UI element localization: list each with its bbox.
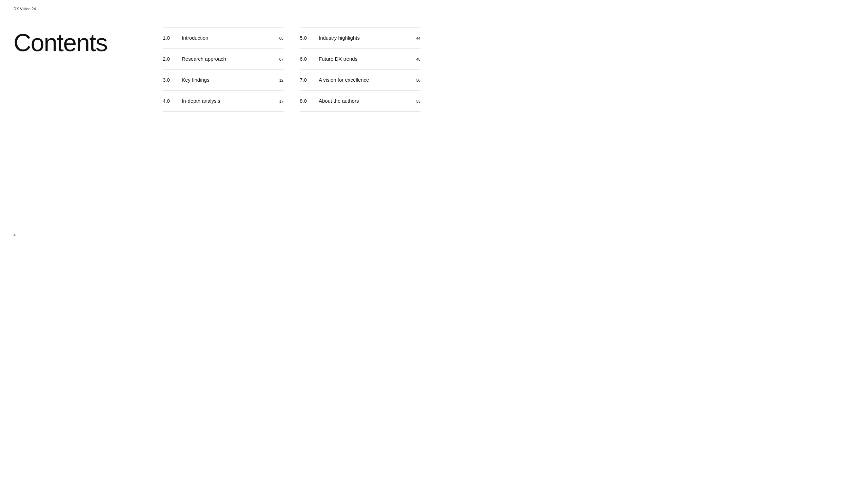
page-title: Contents bbox=[14, 30, 107, 55]
toc-label: A vision for excellence bbox=[319, 77, 369, 83]
toc-number: 7.0 bbox=[300, 77, 311, 83]
toc-number: 6.0 bbox=[300, 56, 311, 62]
toc-item: 7.0 A vision for excellence 50 bbox=[300, 69, 420, 90]
footer-page-number: 4 bbox=[14, 233, 16, 237]
toc-left-column: 1.0 Introduction 05 2.0 Research approac… bbox=[163, 27, 283, 111]
toc-item-left: 5.0 Industry highlights bbox=[300, 35, 360, 41]
toc-item-left: 7.0 A vision for excellence bbox=[300, 77, 369, 83]
toc-item-left: 1.0 Introduction bbox=[163, 35, 208, 41]
toc-number: 3.0 bbox=[163, 77, 174, 83]
toc-label: Introduction bbox=[182, 35, 208, 41]
toc-item: 8.0 About the authors 53 bbox=[300, 90, 420, 111]
toc-number: 1.0 bbox=[163, 35, 174, 41]
toc-item: 2.0 Research approach 07 bbox=[163, 48, 283, 69]
toc-item: 3.0 Key findings 12 bbox=[163, 69, 283, 90]
toc-page: 44 bbox=[416, 36, 420, 40]
toc-label: Industry highlights bbox=[319, 35, 360, 41]
toc-page: 48 bbox=[416, 57, 420, 61]
toc-number: 5.0 bbox=[300, 35, 311, 41]
toc-item-left: 8.0 About the authors bbox=[300, 98, 359, 104]
toc-item: 1.0 Introduction 05 bbox=[163, 27, 283, 48]
toc-number: 8.0 bbox=[300, 98, 311, 104]
toc-right-column: 5.0 Industry highlights 44 6.0 Future DX… bbox=[300, 27, 420, 111]
toc-label: Research approach bbox=[182, 56, 226, 62]
toc-item-left: 3.0 Key findings bbox=[163, 77, 210, 83]
toc-label: Future DX trends bbox=[319, 56, 357, 62]
toc-item: 5.0 Industry highlights 44 bbox=[300, 27, 420, 48]
toc-grid: 1.0 Introduction 05 2.0 Research approac… bbox=[163, 27, 420, 111]
toc-page: 12 bbox=[279, 78, 283, 82]
toc-item-left: 2.0 Research approach bbox=[163, 56, 226, 62]
toc-page: 53 bbox=[416, 99, 420, 103]
toc-number: 2.0 bbox=[163, 56, 174, 62]
toc-label: About the authors bbox=[319, 98, 359, 104]
toc-page: 17 bbox=[279, 99, 283, 103]
toc-label: In-depth analysis bbox=[182, 98, 220, 104]
toc-item: 6.0 Future DX trends 48 bbox=[300, 48, 420, 69]
toc-page: 05 bbox=[279, 36, 283, 40]
toc-item-left: 4.0 In-depth analysis bbox=[163, 98, 220, 104]
toc-item-left: 6.0 Future DX trends bbox=[300, 56, 357, 62]
toc-item: 4.0 In-depth analysis 17 bbox=[163, 90, 283, 111]
toc-number: 4.0 bbox=[163, 98, 174, 104]
toc-page: 50 bbox=[416, 78, 420, 82]
toc-label: Key findings bbox=[182, 77, 210, 83]
toc-page: 07 bbox=[279, 57, 283, 61]
brand-label: DX Vision 24 bbox=[14, 7, 36, 11]
